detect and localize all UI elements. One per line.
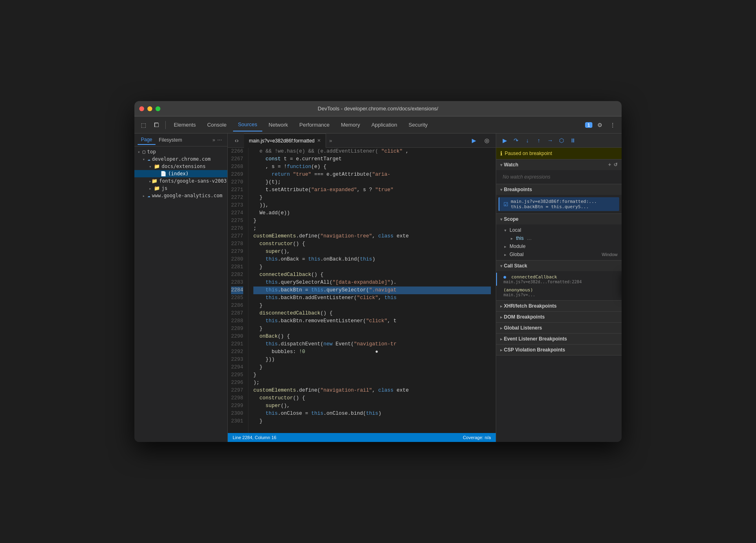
select-tool-icon[interactable]: ⬚ [138,119,149,131]
devtools-window: DevTools - developer.chrome.com/docs/ext… [134,101,622,442]
tab-security[interactable]: Security [404,119,432,131]
breakpoints-arrow-icon: ▾ [500,187,502,192]
resume-button[interactable]: ▶ [499,135,510,146]
play-icon[interactable]: ▶ [468,135,480,146]
window-title: DevTools - developer.chrome.com/docs/ext… [318,106,438,112]
tab-sources[interactable]: Sources [233,119,262,131]
tree-item-chrome[interactable]: ▾ ☁ developer.chrome.com [134,155,227,163]
callstack-section: ▾ Call Stack ● connectedCallback main.js… [496,261,622,301]
event-listeners-header[interactable]: ▸ Event Listener Breakpoints [496,334,622,344]
event-listeners-label: Event Listener Breakpoints [504,336,567,342]
tab-performance[interactable]: Performance [294,119,334,131]
watch-refresh-icon[interactable]: ↺ [613,162,618,168]
breakpoint-item[interactable]: ☑ main.js?v=e382d86f:formatted:... this.… [499,197,619,211]
callstack-item-0[interactable]: ● connectedCallback main.js?v=e382d...fo… [496,273,622,286]
window-controls[interactable] [139,106,160,111]
breakpoints-label: Breakpoints [504,187,532,192]
csp-section: ▸ CSP Violation Breakpoints [496,345,622,356]
sidebar-add-action[interactable]: ⋯ [215,136,224,144]
scope-module[interactable]: ▸ Module [496,242,622,250]
callstack-header[interactable]: ▾ Call Stack [496,261,622,271]
scope-section: ▾ Scope ▾ Local ▸ this … ▸ Module [496,214,622,261]
notification-badge[interactable]: 1 [585,122,592,128]
dom-section: ▸ DOM Breakpoints [496,312,622,323]
tab-memory[interactable]: Memory [336,119,365,131]
editor-status-bar: Line 2284, Column 16 Coverage: n/a [228,433,496,442]
watch-arrow-icon: ▾ [500,163,502,167]
scope-this-arrow: ▸ [511,236,513,241]
tree-item-js[interactable]: ▸ 📁 js [134,185,227,192]
more-icon[interactable]: ⋮ [607,119,618,131]
sidebar: Page Filesystem » ⋯ ▾ ▢ top ▾ ☁ develope… [134,134,228,442]
dom-header[interactable]: ▸ DOM Breakpoints [496,312,622,322]
tree-item-fonts[interactable]: ▸ 📁 fonts/google-sans-v2003 [134,177,227,185]
callstack-item-1[interactable]: (anonymous) main.js?v=... [496,286,622,299]
csp-label: CSP Violation Breakpoints [504,347,565,353]
step-into-button[interactable]: ↓ [522,135,533,146]
status-line: Line 2284, Column 16 [233,435,276,440]
scope-local[interactable]: ▾ Local [496,226,622,234]
watch-add-icon[interactable]: + [608,162,611,168]
editor-right-actions: ▶ ◎ [468,135,492,146]
breakpoint-notice-icon: ℹ [500,150,502,157]
minimize-button[interactable] [147,106,152,111]
scope-window-label: Window [602,252,618,257]
callstack-label: Call Stack [504,263,527,269]
tab-console[interactable]: Console [202,119,231,131]
record-icon[interactable]: ◎ [481,135,492,146]
event-listeners-arrow-icon: ▸ [500,337,502,341]
xhr-header[interactable]: ▸ XHR/fetch Breakpoints [496,301,622,311]
breakpoint-notice-text: Paused on breakpoint [505,151,552,156]
xhr-label: XHR/fetch Breakpoints [504,303,557,309]
sidebar-more[interactable]: » [212,137,215,143]
breakpoints-section: ▾ Breakpoints ☑ main.js?v=e382d86f:forma… [496,184,622,214]
tree-item-index[interactable]: ▸ 📄 (index) [134,170,227,177]
scope-label: Scope [504,216,518,222]
global-listeners-arrow-icon: ▸ [500,326,502,330]
scope-header[interactable]: ▾ Scope [496,214,622,224]
tree-item-docs[interactable]: ▾ 📁 docs/extensions [134,163,227,170]
breakpoints-body: ☑ main.js?v=e382d86f:formatted:... this.… [496,195,622,213]
global-listeners-header[interactable]: ▸ Global Listeners [496,323,622,333]
scope-global[interactable]: ▸ Global Window [496,250,622,259]
step-button[interactable]: → [545,135,555,146]
scope-this[interactable]: ▸ this … [496,234,622,242]
debugger-toolbar: ▶ ↷ ↓ ↑ → ⬡ ⏸ [496,134,622,148]
csp-arrow-icon: ▸ [500,348,502,352]
editor-tab-label: main.js?v=e382d86f:formatted [249,138,315,144]
settings-icon[interactable]: ⚙ [594,119,605,131]
breakpoints-header[interactable]: ▾ Breakpoints [496,184,622,195]
code-editor[interactable]: 2266 2267 2268 2269 2270 2271 2272 2273 … [228,148,496,433]
scope-module-arrow: ▸ [504,244,506,249]
step-over-button[interactable]: ↷ [511,135,521,146]
sidebar-tab-filesystem[interactable]: Filesystem [156,136,185,144]
breakpoint-checkbox[interactable]: ☑ [503,201,508,207]
editor-tab-main[interactable]: main.js?v=e382d86f:formatted ✕ [244,134,326,148]
editor-tabs-more[interactable]: » [329,138,332,144]
watch-header[interactable]: ▾ Watch + ↺ [496,159,622,170]
main-toolbar: ⬚ ⧠ Elements Console Sources Network Per… [134,116,622,134]
xhr-section: ▸ XHR/fetch Breakpoints [496,301,622,312]
tab-network[interactable]: Network [264,119,293,131]
scope-this-value: … [527,235,532,241]
tree-item-analytics[interactable]: ▸ ☁ www.google-analytics.com [134,192,227,199]
tree-item-top[interactable]: ▾ ▢ top [134,148,227,155]
sidebar-toggle-icon[interactable]: ‹› [231,135,242,146]
deactivate-button[interactable]: ⬡ [556,135,567,146]
step-out-button[interactable]: ↑ [534,135,544,146]
tab-application[interactable]: Application [367,119,402,131]
maximize-button[interactable] [156,106,160,111]
main-content: Page Filesystem » ⋯ ▾ ▢ top ▾ ☁ develope… [134,134,622,442]
editor-close-icon[interactable]: ✕ [317,138,321,143]
callstack-fn-1: (anonymous) [503,287,533,293]
toolbar-right: 1 ⚙ ⋮ [585,119,618,131]
close-button[interactable] [139,106,144,111]
global-listeners-label: Global Listeners [504,325,542,331]
tab-elements[interactable]: Elements [169,119,201,131]
csp-header[interactable]: ▸ CSP Violation Breakpoints [496,345,622,355]
pause-on-exception-button[interactable]: ⏸ [568,135,578,146]
device-icon[interactable]: ⧠ [151,119,162,131]
breakpoint-info: main.js?v=e382d86f:formatted:... this.ba… [511,199,597,209]
sidebar-tab-page[interactable]: Page [138,135,156,145]
scope-module-label: Module [510,243,525,249]
